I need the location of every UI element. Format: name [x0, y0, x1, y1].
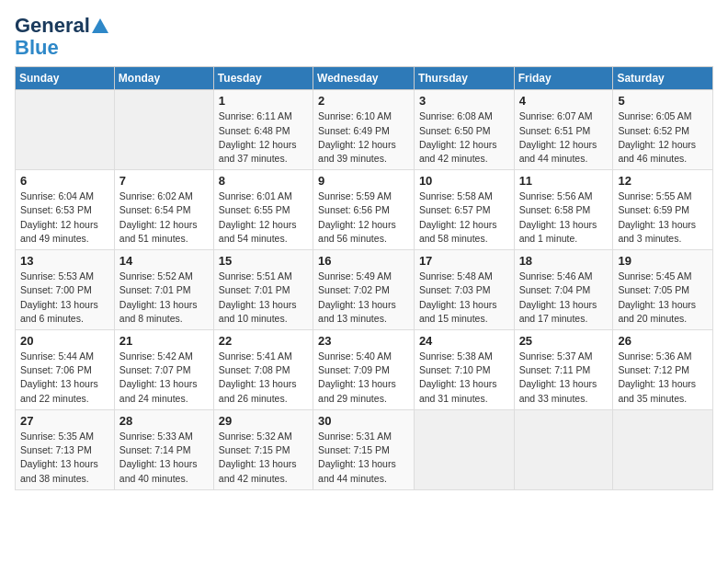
day-info: Sunrise: 6:07 AM Sunset: 6:51 PM Dayligh…: [519, 109, 609, 166]
calendar-cell: 28Sunrise: 5:33 AM Sunset: 7:14 PM Dayli…: [114, 409, 213, 489]
day-info: Sunrise: 5:45 AM Sunset: 7:05 PM Dayligh…: [618, 270, 708, 326]
calendar-cell: 22Sunrise: 5:41 AM Sunset: 7:08 PM Dayli…: [213, 330, 313, 410]
calendar-cell: 30Sunrise: 5:31 AM Sunset: 7:15 PM Dayli…: [313, 409, 415, 489]
day-info: Sunrise: 5:58 AM Sunset: 6:57 PM Dayligh…: [419, 190, 509, 246]
day-number: 7: [119, 174, 209, 188]
day-info: Sunrise: 5:46 AM Sunset: 7:04 PM Dayligh…: [519, 270, 609, 326]
day-info: Sunrise: 5:33 AM Sunset: 7:14 PM Dayligh…: [119, 430, 209, 486]
day-number: 19: [618, 254, 708, 268]
calendar-cell: 25Sunrise: 5:37 AM Sunset: 7:11 PM Dayli…: [514, 330, 613, 410]
day-number: 3: [419, 94, 509, 108]
day-info: Sunrise: 5:32 AM Sunset: 7:15 PM Dayligh…: [219, 430, 308, 486]
day-number: 10: [419, 174, 509, 188]
day-info: Sunrise: 5:31 AM Sunset: 7:15 PM Dayligh…: [318, 430, 409, 486]
svg-marker-0: [92, 18, 108, 33]
calendar-week-5: 27Sunrise: 5:35 AM Sunset: 7:13 PM Dayli…: [16, 409, 713, 489]
weekday-header-saturday: Saturday: [613, 67, 713, 90]
day-info: Sunrise: 5:55 AM Sunset: 6:59 PM Dayligh…: [618, 190, 708, 246]
calendar-week-3: 13Sunrise: 5:53 AM Sunset: 7:00 PM Dayli…: [16, 250, 713, 330]
calendar-cell: 1Sunrise: 6:11 AM Sunset: 6:48 PM Daylig…: [213, 90, 313, 170]
day-number: 1: [219, 94, 308, 108]
weekday-header-tuesday: Tuesday: [213, 67, 313, 90]
calendar-cell: 27Sunrise: 5:35 AM Sunset: 7:13 PM Dayli…: [16, 409, 115, 489]
day-number: 16: [318, 254, 409, 268]
day-info: Sunrise: 6:05 AM Sunset: 6:52 PM Dayligh…: [618, 109, 708, 166]
day-info: Sunrise: 5:59 AM Sunset: 6:56 PM Dayligh…: [318, 190, 409, 246]
day-info: Sunrise: 5:40 AM Sunset: 7:09 PM Dayligh…: [318, 350, 409, 406]
calendar-cell: 15Sunrise: 5:51 AM Sunset: 7:01 PM Dayli…: [213, 250, 313, 330]
calendar-cell: 13Sunrise: 5:53 AM Sunset: 7:00 PM Dayli…: [16, 250, 115, 330]
day-info: Sunrise: 5:42 AM Sunset: 7:07 PM Dayligh…: [119, 350, 209, 406]
day-info: Sunrise: 6:11 AM Sunset: 6:48 PM Dayligh…: [219, 109, 308, 166]
calendar-cell: 11Sunrise: 5:56 AM Sunset: 6:58 PM Dayli…: [514, 170, 613, 250]
day-info: Sunrise: 5:56 AM Sunset: 6:58 PM Dayligh…: [519, 190, 609, 246]
calendar-cell: 23Sunrise: 5:40 AM Sunset: 7:09 PM Dayli…: [313, 330, 415, 410]
calendar-cell: 16Sunrise: 5:49 AM Sunset: 7:02 PM Dayli…: [313, 250, 415, 330]
day-info: Sunrise: 5:38 AM Sunset: 7:10 PM Dayligh…: [419, 350, 509, 406]
calendar-cell: 24Sunrise: 5:38 AM Sunset: 7:10 PM Dayli…: [414, 330, 514, 410]
calendar-cell: 8Sunrise: 6:01 AM Sunset: 6:55 PM Daylig…: [213, 170, 313, 250]
calendar-cell: 2Sunrise: 6:10 AM Sunset: 6:49 PM Daylig…: [313, 90, 415, 170]
day-info: Sunrise: 6:01 AM Sunset: 6:55 PM Dayligh…: [219, 190, 308, 246]
calendar-cell: 19Sunrise: 5:45 AM Sunset: 7:05 PM Dayli…: [613, 250, 713, 330]
day-info: Sunrise: 6:02 AM Sunset: 6:54 PM Dayligh…: [119, 190, 209, 246]
day-number: 29: [219, 414, 308, 428]
calendar-cell: 26Sunrise: 5:36 AM Sunset: 7:12 PM Dayli…: [613, 330, 713, 410]
calendar-cell: 17Sunrise: 5:48 AM Sunset: 7:03 PM Dayli…: [414, 250, 514, 330]
calendar-cell: 6Sunrise: 6:04 AM Sunset: 6:53 PM Daylig…: [16, 170, 115, 250]
day-info: Sunrise: 6:08 AM Sunset: 6:50 PM Dayligh…: [419, 109, 509, 166]
calendar-week-1: 1Sunrise: 6:11 AM Sunset: 6:48 PM Daylig…: [16, 90, 713, 170]
day-number: 25: [519, 334, 609, 348]
calendar-cell: 20Sunrise: 5:44 AM Sunset: 7:06 PM Dayli…: [16, 330, 115, 410]
weekday-header-thursday: Thursday: [414, 67, 514, 90]
calendar-cell: 10Sunrise: 5:58 AM Sunset: 6:57 PM Dayli…: [414, 170, 514, 250]
day-number: 15: [219, 254, 308, 268]
calendar-week-2: 6Sunrise: 6:04 AM Sunset: 6:53 PM Daylig…: [16, 170, 713, 250]
day-number: 24: [419, 334, 509, 348]
day-number: 5: [618, 94, 708, 108]
day-number: 20: [20, 334, 109, 348]
day-info: Sunrise: 5:44 AM Sunset: 7:06 PM Dayligh…: [20, 350, 109, 406]
calendar-cell: [514, 409, 613, 489]
calendar-cell: 3Sunrise: 6:08 AM Sunset: 6:50 PM Daylig…: [414, 90, 514, 170]
day-info: Sunrise: 5:37 AM Sunset: 7:11 PM Dayligh…: [519, 350, 609, 406]
day-number: 18: [519, 254, 609, 268]
day-number: 14: [119, 254, 209, 268]
calendar-cell: 9Sunrise: 5:59 AM Sunset: 6:56 PM Daylig…: [313, 170, 415, 250]
day-info: Sunrise: 5:35 AM Sunset: 7:13 PM Dayligh…: [20, 430, 109, 486]
calendar-cell: [16, 90, 115, 170]
calendar-cell: 29Sunrise: 5:32 AM Sunset: 7:15 PM Dayli…: [213, 409, 313, 489]
day-number: 17: [419, 254, 509, 268]
day-info: Sunrise: 5:36 AM Sunset: 7:12 PM Dayligh…: [618, 350, 708, 406]
day-number: 12: [618, 174, 708, 188]
day-info: Sunrise: 6:04 AM Sunset: 6:53 PM Dayligh…: [20, 190, 109, 246]
calendar-cell: [613, 409, 713, 489]
day-info: Sunrise: 5:49 AM Sunset: 7:02 PM Dayligh…: [318, 270, 409, 326]
logo-text: GeneralBlue: [15, 15, 108, 59]
day-info: Sunrise: 5:41 AM Sunset: 7:08 PM Dayligh…: [219, 350, 308, 406]
logo: GeneralBlue: [15, 15, 108, 59]
calendar-cell: [114, 90, 213, 170]
day-number: 30: [318, 414, 409, 428]
weekday-header-wednesday: Wednesday: [313, 67, 415, 90]
day-info: Sunrise: 5:51 AM Sunset: 7:01 PM Dayligh…: [219, 270, 308, 326]
day-number: 2: [318, 94, 409, 108]
weekday-header-sunday: Sunday: [16, 67, 115, 90]
day-number: 28: [119, 414, 209, 428]
calendar-cell: 21Sunrise: 5:42 AM Sunset: 7:07 PM Dayli…: [114, 330, 213, 410]
calendar-cell: 18Sunrise: 5:46 AM Sunset: 7:04 PM Dayli…: [514, 250, 613, 330]
day-number: 8: [219, 174, 308, 188]
calendar-cell: [414, 409, 514, 489]
weekday-header-monday: Monday: [114, 67, 213, 90]
day-number: 6: [20, 174, 109, 188]
day-number: 21: [119, 334, 209, 348]
day-info: Sunrise: 6:10 AM Sunset: 6:49 PM Dayligh…: [318, 109, 409, 166]
day-number: 11: [519, 174, 609, 188]
calendar-cell: 5Sunrise: 6:05 AM Sunset: 6:52 PM Daylig…: [613, 90, 713, 170]
day-info: Sunrise: 5:48 AM Sunset: 7:03 PM Dayligh…: [419, 270, 509, 326]
day-info: Sunrise: 5:53 AM Sunset: 7:00 PM Dayligh…: [20, 270, 109, 326]
page-header: GeneralBlue: [15, 15, 713, 59]
day-number: 9: [318, 174, 409, 188]
day-info: Sunrise: 5:52 AM Sunset: 7:01 PM Dayligh…: [119, 270, 209, 326]
calendar-cell: 7Sunrise: 6:02 AM Sunset: 6:54 PM Daylig…: [114, 170, 213, 250]
